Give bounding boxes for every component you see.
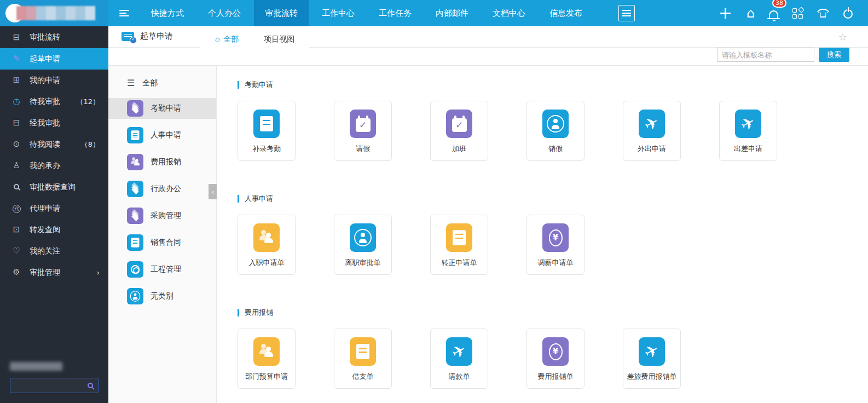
category-expense[interactable]: 费用报销 [108, 152, 216, 172]
section-expense: 费用报销 部门预算申请 借支单 [238, 308, 868, 389]
people-icon [253, 337, 280, 366]
approval-management-icon [11, 268, 22, 277]
sidebar-item-proxy-application[interactable]: 代 代理申请 [0, 198, 108, 219]
sidebar-module-label: 审批流转 [30, 32, 60, 42]
approval-flow-icon [11, 33, 22, 42]
nav-item-work-tasks[interactable]: 工作任务 [368, 0, 423, 26]
sidebar-item-my-applications[interactable]: 我的申请 [0, 70, 108, 91]
data-query-icon [11, 183, 22, 191]
add-icon[interactable]: + [719, 5, 732, 21]
yen-icon [542, 337, 569, 366]
my-undertakings-icon [11, 162, 22, 170]
category-uncategorized[interactable]: 无类别 [108, 286, 216, 307]
category-attendance[interactable]: 考勤申请 [108, 98, 216, 119]
template-card-salary-adjustment[interactable]: 调薪申请单 [526, 215, 585, 275]
template-card-travel-expense-claim[interactable]: 差旅费用报销单 [623, 329, 681, 389]
section-attendance: 考勤申请 补录考勤 请假 [238, 80, 868, 161]
template-card-leave[interactable]: 请假 [334, 101, 392, 161]
logo [0, 0, 108, 26]
to-read-count: （8） [81, 140, 100, 149]
module-label: 起草申请 [140, 31, 173, 42]
logout-power-icon[interactable] [843, 5, 853, 21]
category-admin-office[interactable]: 行政办公 [108, 179, 216, 199]
template-card-outing[interactable]: 外出申请 [623, 101, 681, 161]
section-hr: 人事申请 入职申请单 离职审批单 [238, 194, 868, 275]
draft-icon [11, 55, 22, 63]
sidebar-item-approval-management[interactable]: 审批管理 › [0, 262, 108, 283]
category-hr[interactable]: 人事申请 [108, 125, 216, 146]
sidebar-search-input[interactable] [15, 381, 88, 390]
collapse-panel-handle[interactable]: ‹ [209, 184, 217, 199]
tab-bar: 起草申请 ◇全部 项目视图 ☆ [108, 26, 868, 48]
nav-item-info-publish[interactable]: 信息发布 [539, 0, 593, 26]
my-applications-icon [11, 76, 22, 84]
template-card-department-budget[interactable]: 部门预算申请 [238, 329, 296, 389]
collapse-menu-icon[interactable] [119, 8, 131, 18]
nav-item-internal-mail[interactable]: 内部邮件 [425, 0, 479, 26]
sidebar-item-draft-application[interactable]: 起草申请 [0, 48, 108, 70]
home-icon[interactable]: ⌂ [747, 5, 755, 21]
template-card-expense-claim[interactable]: 费用报销单 [526, 329, 585, 389]
template-search-toolbar: 搜索 [108, 48, 868, 66]
document-icon [127, 234, 143, 251]
people-icon [253, 223, 280, 252]
search-button[interactable]: 搜索 [819, 48, 849, 62]
more-menu-icon[interactable] [618, 5, 635, 21]
document-icon [253, 110, 280, 138]
template-card-overtime[interactable]: 加班 [430, 101, 488, 161]
plane-icon [639, 337, 665, 366]
template-search-input[interactable] [717, 48, 814, 62]
sidebar-module-header[interactable]: 审批流转 [0, 26, 108, 48]
tab-project-view[interactable]: 项目视图 [249, 31, 309, 48]
tag-icon: ◇ [213, 31, 221, 48]
plane-icon [639, 110, 665, 138]
theme-shirt-icon[interactable] [817, 5, 829, 21]
top-bar: 快捷方式 个人办公 审批流转 工作中心 工作任务 内部邮件 文档中心 信息发布 … [0, 0, 868, 26]
section-accent-bar [238, 309, 239, 316]
nav-item-document-center[interactable]: 文档中心 [482, 0, 536, 26]
template-card-cash-advance[interactable]: 借支单 [334, 329, 392, 389]
pending-approval-icon [11, 97, 22, 106]
sidebar-item-my-favorites[interactable]: 我的关注 [0, 240, 108, 262]
sidebar-item-approved-by-me[interactable]: 经我审批 [0, 112, 108, 134]
template-card-resignation[interactable]: 离职审批单 [334, 215, 392, 275]
favorites-heart-icon [11, 247, 22, 255]
nav-item-approval-flow[interactable]: 审批流转 [254, 0, 309, 26]
nav-item-personal-office[interactable]: 个人办公 [197, 0, 252, 26]
tab-all[interactable]: ◇全部 [200, 31, 253, 48]
category-sales-contract[interactable]: 销售合同 [108, 232, 216, 253]
sidebar-search-icon[interactable] [88, 383, 93, 388]
person-clock-icon [350, 223, 376, 252]
draft-module-icon [121, 32, 134, 41]
sidebar-item-my-undertakings[interactable]: 我的承办 [0, 155, 108, 176]
notifications-bell-icon[interactable]: 38 [769, 5, 778, 21]
sidebar-item-forward-review[interactable]: 转发查阅 [0, 219, 108, 240]
template-card-regularization[interactable]: 转正申请单 [430, 215, 488, 275]
template-card-onboarding[interactable]: 入职申请单 [238, 215, 296, 275]
template-card-payment-request[interactable]: 请款单 [430, 329, 488, 389]
sidebar-search[interactable] [10, 378, 99, 393]
category-panel: ☰ 全部 考勤申请 人事申请 费用报销 [108, 66, 217, 403]
forward-review-icon [11, 226, 22, 234]
sidebar-item-to-read[interactable]: 待我阅读 （8） [0, 134, 108, 155]
template-card-cancel-leave[interactable]: 销假 [526, 101, 585, 161]
person-circle-icon [127, 288, 143, 304]
template-card-business-trip[interactable]: 出差申请 [719, 101, 777, 161]
apps-grid-icon[interactable] [792, 5, 803, 21]
category-procurement[interactable]: 采购管理 [108, 205, 216, 226]
section-title: 人事申请 [245, 194, 273, 204]
favorite-star-icon[interactable]: ☆ [838, 31, 847, 43]
document-icon [127, 127, 143, 143]
document-icon [446, 223, 472, 252]
plane-icon [735, 110, 761, 138]
pending-approval-count: （12） [76, 97, 100, 107]
sidebar-item-approval-data-query[interactable]: 审批数据查询 [0, 176, 108, 198]
sidebar-footer [0, 354, 108, 403]
nav-item-shortcuts[interactable]: 快捷方式 [140, 0, 195, 26]
nav-item-work-center[interactable]: 工作中心 [311, 0, 366, 26]
sidebar-item-pending-approval[interactable]: 待我审批 （12） [0, 91, 108, 112]
template-card-makeup-attendance[interactable]: 补录考勤 [238, 101, 296, 161]
yen-icon [542, 223, 569, 252]
category-engineering[interactable]: 工程管理 [108, 259, 216, 280]
category-all[interactable]: ☰ 全部 [108, 72, 216, 94]
